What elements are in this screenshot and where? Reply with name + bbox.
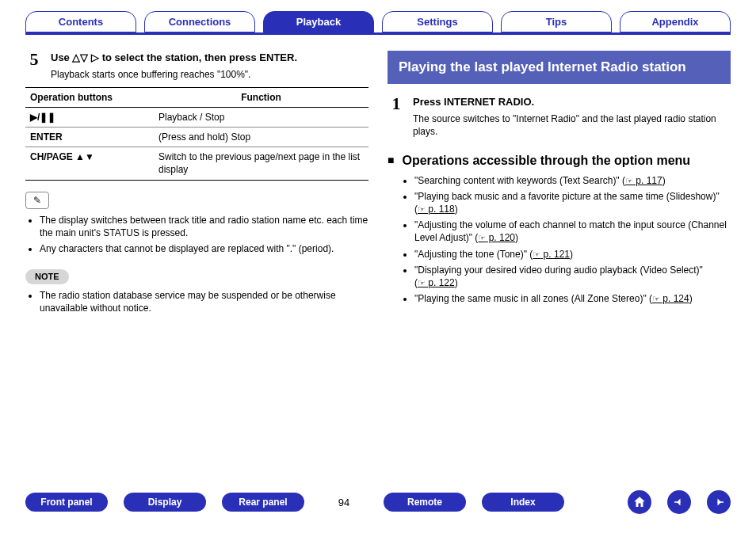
front-panel-button[interactable]: Front panel xyxy=(25,493,108,512)
step-5-title: Use △▽ ▷ to select the station, then pre… xyxy=(51,51,368,65)
tip-item: Any characters that cannot be displayed … xyxy=(40,242,368,255)
svg-rect-1 xyxy=(718,501,724,503)
page-ref-link[interactable]: ☞ p. 122 xyxy=(418,277,455,288)
hand-icon: ☞ xyxy=(478,233,486,242)
note-list: The radio station database service may b… xyxy=(25,289,368,314)
tab-label: Tips xyxy=(546,16,567,28)
tab-label: Contents xyxy=(59,16,103,28)
section-title: Playing the last played Internet Radio s… xyxy=(388,51,731,84)
tab-label: Connections xyxy=(169,16,231,28)
op-button: ▶/❚❚ xyxy=(25,107,154,127)
prev-page-button[interactable] xyxy=(667,490,691,514)
svg-rect-0 xyxy=(674,501,681,503)
tab-label: Appendix xyxy=(651,16,698,28)
op-button: ENTER xyxy=(25,128,154,147)
tab-tips[interactable]: Tips xyxy=(501,11,612,32)
hand-icon: ☞ xyxy=(418,278,426,287)
remote-button[interactable]: Remote xyxy=(384,493,466,512)
op-function: Playback / Stop xyxy=(154,107,368,127)
operation-item: "Playing the same music in all zones (Al… xyxy=(414,292,731,305)
next-page-button[interactable] xyxy=(707,490,731,514)
arrow-right-icon xyxy=(712,495,726,509)
arrow-left-icon xyxy=(672,495,686,509)
hand-icon: ☞ xyxy=(418,204,426,214)
bottom-nav: Front panel Display Rear panel 94 Remote… xyxy=(25,490,731,514)
display-button[interactable]: Display xyxy=(124,493,206,512)
top-tab-bar: Contents Connections Playback Settings T… xyxy=(25,11,731,35)
operation-item: "Displaying your desired video during au… xyxy=(414,264,731,289)
tab-settings[interactable]: Settings xyxy=(382,11,493,32)
home-button[interactable] xyxy=(628,490,651,514)
operation-item: "Searching content with keywords (Text S… xyxy=(414,174,731,187)
rear-panel-button[interactable]: Rear panel xyxy=(222,493,304,512)
step-number-5: 5 xyxy=(25,51,43,81)
hand-icon: ☞ xyxy=(625,176,633,185)
tip-item: The display switches between track title… xyxy=(40,214,368,239)
operations-heading: ■ Operations accessible through the opti… xyxy=(388,152,731,169)
table-row: ▶/❚❚ Playback / Stop xyxy=(25,107,368,127)
operations-title: Operations accessible through the option… xyxy=(402,152,690,169)
step-5-description: Playback starts once buffering reaches "… xyxy=(51,68,368,81)
hand-icon: ☞ xyxy=(652,294,660,303)
tab-label: Playback xyxy=(296,16,341,28)
tab-contents[interactable]: Contents xyxy=(25,11,136,32)
op-button: CH/PAGE ▲▼ xyxy=(25,147,154,180)
operation-table: Operation buttons Function ▶/❚❚ Playback… xyxy=(25,87,368,181)
tab-label: Settings xyxy=(417,16,457,28)
right-column: Playing the last played Internet Radio s… xyxy=(388,51,731,318)
table-header-buttons: Operation buttons xyxy=(25,87,154,107)
op-function: Switch to the previous page/next page in… xyxy=(154,147,368,180)
page-ref-link[interactable]: ☞ p. 124 xyxy=(652,293,689,304)
left-column: 5 Use △▽ ▷ to select the station, then p… xyxy=(25,51,368,318)
dpad-symbols: △▽ ▷ xyxy=(72,51,99,63)
page-ref-link[interactable]: ☞ p. 121 xyxy=(533,249,570,260)
note-badge: NOTE xyxy=(25,269,69,284)
table-row: ENTER (Press and hold) Stop xyxy=(25,128,368,147)
table-row: CH/PAGE ▲▼ Switch to the previous page/n… xyxy=(25,147,368,180)
tab-playback[interactable]: Playback xyxy=(263,11,374,32)
step-1-description: The source switches to "Internet Radio" … xyxy=(413,112,731,138)
operations-list: "Searching content with keywords (Text S… xyxy=(388,174,731,306)
index-button[interactable]: Index xyxy=(482,493,564,512)
note-item: The radio station database service may b… xyxy=(40,289,368,314)
operation-item: "Adjusting the volume of each channel to… xyxy=(414,219,731,244)
step-1-title: Press INTERNET RADIO. xyxy=(413,95,731,109)
tip-list: The display switches between track title… xyxy=(25,214,368,256)
table-header-function: Function xyxy=(154,87,368,107)
page-ref-link[interactable]: ☞ p. 120 xyxy=(478,232,515,243)
pencil-icon: ✎ xyxy=(25,192,49,209)
tab-connections[interactable]: Connections xyxy=(144,11,255,32)
op-function: (Press and hold) Stop xyxy=(154,128,368,147)
page-ref-link[interactable]: ☞ p. 118 xyxy=(418,204,455,215)
page-ref-link[interactable]: ☞ p. 117 xyxy=(625,175,662,186)
operation-item: "Adjusting the tone (Tone)" (☞ p. 121) xyxy=(414,248,731,261)
home-icon xyxy=(632,495,647,509)
square-bullet-icon: ■ xyxy=(388,154,394,169)
operation-item: "Playing back music and a favorite pictu… xyxy=(414,190,731,215)
step-number-1: 1 xyxy=(388,95,405,138)
tab-appendix[interactable]: Appendix xyxy=(620,11,731,32)
page-number: 94 xyxy=(320,497,368,508)
hand-icon: ☞ xyxy=(533,249,540,259)
